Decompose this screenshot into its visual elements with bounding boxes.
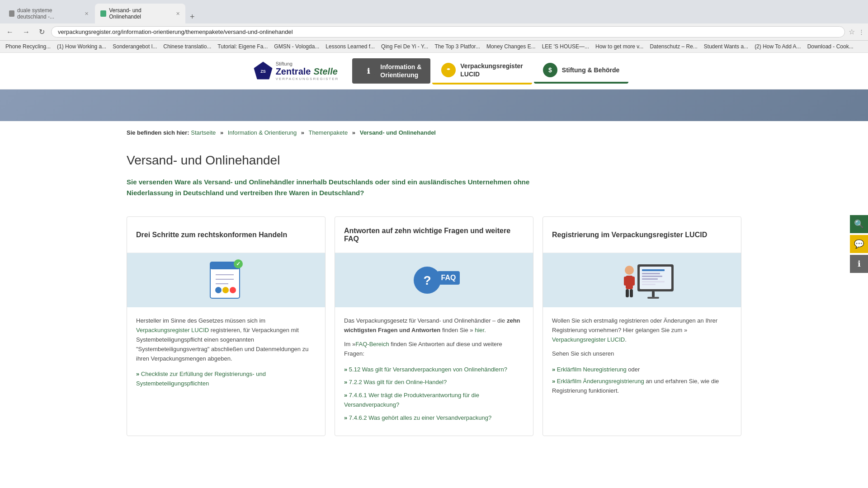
extension-icons: ⋮ bbox=[859, 28, 864, 35]
chat-icon: 💬 bbox=[854, 239, 864, 249]
info-icon: ℹ bbox=[858, 259, 861, 269]
bookmark-15[interactable]: Download - Cook... bbox=[806, 42, 855, 51]
svg-point-11 bbox=[230, 287, 236, 293]
tab-duale[interactable]: duale systeme deutschland -... ✕ bbox=[4, 4, 94, 23]
hero-banner bbox=[0, 89, 868, 121]
card-faq: Antworten auf zehn wichtige Fragen und w… bbox=[335, 216, 533, 436]
card1-text1: Hersteller im Sinne des Gesetzes müssen … bbox=[136, 316, 316, 363]
card3-erklaer1-container: » Erklärfilm Neuregistrierung oder bbox=[552, 366, 640, 373]
card2-faq-link-0[interactable]: 5.12 Was gilt für Versandverpackungen vo… bbox=[344, 365, 524, 375]
tab-favicon-versand bbox=[100, 10, 106, 17]
bookmark-9[interactable]: Money Changes E... bbox=[485, 42, 538, 51]
svg-point-28 bbox=[625, 266, 634, 275]
card3-text1: Wollen Sie sich erstmalig registrieren o… bbox=[552, 316, 732, 344]
card2-text1: Das Verpackungsgesetz für Versand- und O… bbox=[344, 316, 524, 335]
svg-text:FAQ: FAQ bbox=[441, 274, 456, 282]
nav-item-lucid[interactable]: Verpackungsregister LUCID bbox=[432, 57, 532, 84]
svg-text:✓: ✓ bbox=[236, 261, 241, 267]
bookmark-2[interactable]: Sonderangebot l... bbox=[111, 42, 159, 51]
card2-faq-link-1[interactable]: 7.2.2 Was gilt für den Online-Handel? bbox=[344, 378, 524, 387]
new-tab-button[interactable]: + bbox=[186, 10, 198, 23]
nav-label-lucid-line2: LUCID bbox=[460, 70, 523, 78]
nav-label-stiftung: Stiftung & Behörde bbox=[562, 66, 620, 74]
tab-label-duale: duale systeme deutschland -... bbox=[17, 7, 80, 20]
breadcrumb-themen[interactable]: Themenpakete bbox=[308, 129, 348, 136]
logo-pentagon-icon: ZS bbox=[253, 61, 273, 81]
card3-link-list: » Erklärfilm Neuregistrierung oder bbox=[552, 365, 732, 375]
bookmark-5[interactable]: GMSN - Vologda... bbox=[272, 42, 321, 51]
card3-oder: oder bbox=[628, 366, 640, 373]
back-button[interactable]: ← bbox=[4, 27, 16, 37]
lucid-nav-icon bbox=[441, 63, 456, 77]
svg-rect-27 bbox=[647, 297, 659, 299]
card2-faq-intro: Im »FAQ-Bereich finden Sie Antworten auf… bbox=[344, 340, 524, 359]
nav-label-stiftung-text: Stiftung & Behörde bbox=[562, 66, 620, 74]
tab-label-versand: Versand- und Onlinehandel bbox=[109, 7, 171, 20]
card3-erklaer1-link[interactable]: Erklärfilm Neuregistrierung bbox=[557, 366, 627, 373]
logo-zentrale: Zentrale bbox=[276, 66, 311, 77]
logo-stelle: Stelle bbox=[313, 66, 337, 77]
bookmark-10[interactable]: LEE 'S HOUSE—... bbox=[540, 42, 591, 51]
card3-lucid-link[interactable]: Verpackungsregister LUCID bbox=[552, 336, 625, 343]
card2-body-text: Das Verpackungsgesetz für Versand- und O… bbox=[344, 317, 505, 324]
card2-hier-link[interactable]: hier bbox=[475, 327, 484, 333]
breadcrumb-prefix: Sie befinden sich hier: bbox=[127, 129, 189, 136]
bookmark-3[interactable]: Chinese translatio... bbox=[161, 42, 213, 51]
bookmark-13[interactable]: Student Wants a... bbox=[702, 42, 750, 51]
logo-area: ZS Stiftung Zentrale Stelle VERPACKUNGSR… bbox=[240, 57, 353, 84]
stiftung-nav-icon: $ bbox=[543, 63, 557, 77]
bookmark-14[interactable]: (2) How To Add A... bbox=[753, 42, 803, 51]
logo-text: Stiftung Zentrale Stelle VERPACKUNGSREGI… bbox=[276, 61, 339, 81]
card1-checklist-link[interactable]: Checkliste zur Erfüllung der Registrieru… bbox=[136, 370, 316, 389]
card3-erklaer2-link[interactable]: Erklärfilm Änderungsregistrierung bbox=[557, 378, 644, 385]
breadcrumb-current: Versand- und Onlinehandel bbox=[360, 129, 436, 136]
forward-button[interactable]: → bbox=[20, 27, 33, 37]
nav-label-lucid: Verpackungsregister LUCID bbox=[460, 62, 523, 78]
breadcrumb-sep-3: » bbox=[352, 129, 355, 136]
tab-close-duale[interactable]: ✕ bbox=[85, 11, 89, 17]
bookmark-7[interactable]: Qing Fei De Yi - Y... bbox=[379, 42, 430, 51]
breadcrumb-sep-1: » bbox=[220, 129, 223, 136]
sidebar-search-button[interactable]: 🔍 bbox=[850, 215, 868, 233]
breadcrumb-startseite[interactable]: Startseite bbox=[191, 129, 216, 136]
card1-link-list: Checkliste zur Erfüllung der Registrieru… bbox=[136, 370, 316, 389]
card2-faq-link[interactable]: FAQ-Bereich bbox=[355, 341, 389, 347]
card2-link-list: 5.12 Was gilt für Versandverpackungen vo… bbox=[344, 365, 524, 423]
sidebar-chat-button[interactable]: 💬 bbox=[850, 235, 868, 253]
bookmark-6[interactable]: Lessons Learned f... bbox=[324, 42, 377, 51]
card2-faq-link-2[interactable]: 7.4.6.1 Wer trägt die Produktverantwortu… bbox=[344, 391, 524, 410]
card-drei-schritte-header: Drei Schritte zum rechtskonformen Handel… bbox=[127, 217, 325, 253]
nav-item-info[interactable]: ℹ Information & Orientierung bbox=[352, 58, 430, 84]
info-nav-icon: ℹ bbox=[361, 64, 376, 78]
card1-link-lucid[interactable]: Verpackungsregister LUCID bbox=[136, 327, 209, 333]
sidebar-info-button[interactable]: ℹ bbox=[850, 255, 868, 273]
tab-close-versand[interactable]: ✕ bbox=[176, 11, 180, 17]
card3-body-text: Wollen Sie sich erstmalig registrieren o… bbox=[552, 317, 717, 333]
logo-sub: VERPACKUNGSREGISTER bbox=[276, 77, 339, 81]
svg-rect-23 bbox=[642, 278, 658, 280]
nav-item-stiftung[interactable]: $ Stiftung & Behörde bbox=[534, 58, 629, 84]
tab-versand[interactable]: Versand- und Onlinehandel ✕ bbox=[95, 4, 185, 23]
card2-faq-link-3[interactable]: 7.4.6.2 Was gehört alles zu einer Versan… bbox=[344, 413, 524, 423]
bookmark-1[interactable]: (1) How Working a... bbox=[55, 42, 108, 51]
bookmark-11[interactable]: How to get more v... bbox=[594, 42, 645, 51]
card-faq-body: Das Verpackungsgesetz für Versand- und O… bbox=[335, 307, 533, 435]
bookmark-0[interactable]: Phone Recycling... bbox=[4, 42, 52, 51]
bookmark-12[interactable]: Datenschutz – Re... bbox=[648, 42, 699, 51]
card3-erklaer2-container: » Erklärfilm Änderungsregistrierung an u… bbox=[552, 377, 732, 396]
logo-svg: ZS Stiftung Zentrale Stelle VERPACKUNGSR… bbox=[253, 61, 339, 81]
bookmark-8[interactable]: The Top 3 Platfor... bbox=[433, 42, 482, 51]
svg-text:ZS: ZS bbox=[260, 69, 266, 74]
logo-stiftung: Stiftung bbox=[276, 61, 339, 66]
svg-point-10 bbox=[222, 287, 229, 293]
breadcrumb-info[interactable]: Information & Orientierung bbox=[228, 129, 297, 136]
bookmark-4[interactable]: Tutorial: Eigene Fa... bbox=[216, 42, 269, 51]
svg-rect-31 bbox=[631, 277, 635, 286]
reload-button[interactable]: ↻ bbox=[36, 27, 47, 37]
cards-row: Drei Schritte zum rechtskonformen Handel… bbox=[127, 216, 741, 436]
card1-body-text: Hersteller im Sinne des Gesetzes müssen … bbox=[136, 317, 265, 324]
url-input[interactable] bbox=[51, 26, 845, 38]
bookmark-star-icon[interactable]: ☆ bbox=[849, 28, 855, 36]
svg-text:?: ? bbox=[423, 273, 431, 287]
intro-text: Sie versenden Ware als Versand- und Onli… bbox=[127, 177, 533, 198]
